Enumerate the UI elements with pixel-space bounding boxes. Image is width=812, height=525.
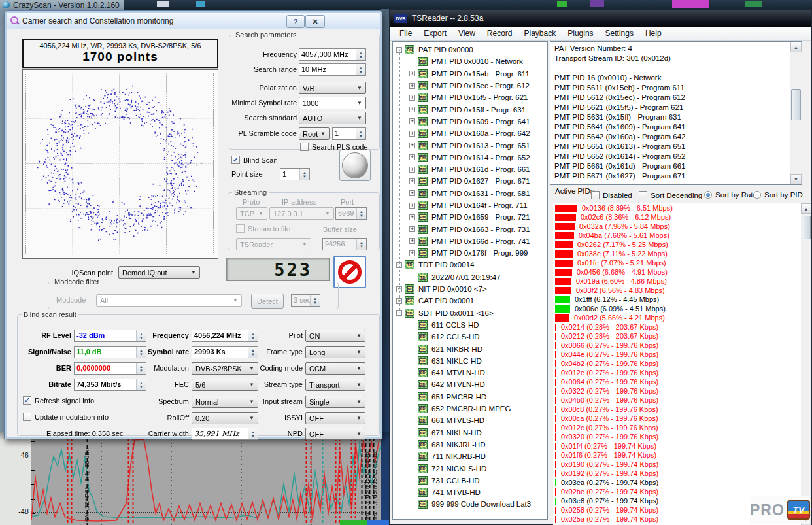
expand-icon[interactable]: + (409, 214, 415, 220)
tree-item[interactable]: SD652 PMCBR-HD MPEG (393, 403, 547, 415)
active-pid-row[interactable]: 0x0212 (0.28% - 203.67 Kbps) (553, 331, 801, 341)
active-pid-row[interactable]: 0x0136 (8.89% - 6.51 Mbps) (553, 203, 801, 212)
update-modulation-checkbox[interactable]: Update modulation info (23, 413, 109, 421)
tree-item[interactable]: +PMPMT PID 0x166d - Progr. 741 (393, 235, 547, 247)
scrollbar-thumb[interactable] (791, 89, 801, 120)
tree-item[interactable]: SD641 MTVLN-HD (393, 367, 547, 379)
spinner-arrows-icon[interactable]: ▲▼ (356, 208, 366, 219)
tree-item[interactable]: SD631 NIKLC-HD (393, 355, 547, 367)
tree-item[interactable]: SD741 MTVB-HD (393, 486, 547, 498)
spinner-arrows-icon[interactable]: ▲▼ (299, 169, 309, 180)
tree-item[interactable]: +PMPMT PID 0x1614 - Progr. 652 (393, 152, 547, 163)
tree-item[interactable]: SD611 CCLS-HD (393, 319, 547, 331)
stream-to-file-checkbox[interactable]: Stream to file (236, 224, 290, 233)
scroll-up-icon[interactable]: ▲ (790, 42, 802, 52)
checkbox-icon[interactable] (23, 413, 31, 421)
menu-record[interactable]: Record (481, 27, 518, 39)
active-pid-row[interactable]: 0x0456 (6.68% - 4.91 Mbps) (553, 267, 801, 277)
active-pid-row[interactable]: 0x01f6 (0.27% - 199.74 Kbps) (553, 450, 801, 460)
active-pid-row[interactable]: 0x019a (6.60% - 4.86 Mbps) (553, 277, 801, 286)
tree-item[interactable]: +PMPMT PID 0x1663 - Progr. 731 (393, 223, 547, 235)
tree-item[interactable]: +PMPMT PID 0x176f - Progr. 999 (393, 247, 547, 259)
tree-item[interactable]: SD671 NIKLN-HD (393, 427, 547, 439)
tree-item[interactable]: SD721 NICKLS-HD (393, 462, 547, 474)
input-stream-select[interactable]: Single▼ (305, 396, 365, 408)
active-pid-row[interactable]: 0x03ea (0.27% - 199.74 Kbps) (553, 478, 801, 487)
detect-interval-input[interactable]: 3 sec▲▼ (291, 294, 320, 307)
buffer-size-input[interactable]: 96256▲▼ (322, 238, 367, 250)
port-input[interactable]: 6969▲▼ (335, 207, 367, 220)
sort-by-pid-radio[interactable]: Sort by PID (753, 191, 803, 199)
spinner-arrows-icon[interactable]: ▲▼ (356, 239, 366, 250)
checkbox-icon[interactable] (236, 224, 245, 233)
tree-item[interactable]: +PMPMT PID 0x1627 - Progr. 671 (393, 175, 547, 187)
expand-icon[interactable]: + (409, 131, 415, 137)
tree-item[interactable]: +CACAT PID 0x0001 (393, 295, 547, 307)
checkbox-icon[interactable] (639, 191, 647, 199)
tree-item[interactable]: +PMPMT PID 0x160a - Progr. 642 (393, 127, 547, 139)
menu-settings[interactable]: Settings (600, 27, 639, 39)
active-pid-row[interactable]: 0x02c6 (8.36% - 6.12 Mbps) (553, 212, 801, 222)
expand-icon[interactable]: + (409, 178, 415, 184)
pl-scramble-value-input[interactable]: 1▲▼ (332, 127, 366, 140)
menu-export[interactable]: Export (418, 27, 452, 39)
tree-item[interactable]: +PMPMT PID 0x15eb - Progr. 611 (393, 68, 547, 80)
tree-item[interactable]: PMPMT PID 0x0010 - Network (393, 56, 547, 67)
tree-item[interactable]: +PMPMT PID 0x161d - Progr. 661 (393, 163, 547, 175)
pat-info-text[interactable]: PAT Version Number: 4Transport Stream ID… (550, 42, 790, 184)
expand-icon[interactable]: + (409, 190, 415, 196)
tree-item[interactable]: +PMPMT PID 0x1659 - Progr. 721 (393, 211, 547, 223)
tree-item[interactable]: +PMPMT PID 0x15f5 - Progr. 621 (393, 92, 547, 103)
expand-icon[interactable]: + (409, 107, 415, 112)
active-pid-row[interactable]: 0x1fff (6.12% - 4.45 Mbps) (553, 295, 801, 304)
tree-item[interactable]: +NINIT PID 0x0010 <7> (393, 283, 547, 295)
expand-icon[interactable]: + (409, 71, 415, 76)
stream-target-select[interactable]: TSReader▼ (236, 238, 311, 250)
tree-item[interactable]: +PMPMT PID 0x1613 - Progr. 651 (393, 139, 547, 151)
active-pid-row[interactable]: 0x0262 (7.17% - 5.25 Mbps) (553, 240, 801, 249)
menu-help[interactable]: Help (639, 27, 668, 39)
frequency-input[interactable]: 4057,000 MHz▲▼ (299, 48, 366, 61)
tree-item[interactable]: +PMPMT PID 0x164f - Progr. 711 (393, 199, 547, 211)
tree-item[interactable]: −TDTDT PID 0x0014 (393, 259, 547, 271)
polarization-select[interactable]: V/R▼ (299, 82, 366, 94)
active-pid-row[interactable]: 0x0066 (0.27% - 199.76 Kbps) (553, 341, 801, 350)
expand-icon[interactable]: + (409, 95, 415, 101)
expand-icon[interactable]: + (409, 203, 415, 209)
active-pid-row[interactable]: 0x01f4 (0.27% - 199.74 Kbps) (553, 441, 801, 450)
spinner-arrows-icon[interactable]: ▲▼ (356, 128, 365, 139)
active-pid-row[interactable]: 0x02be (0.27% - 199.74 Kbps) (553, 487, 801, 496)
menu-plugins[interactable]: Plugins (562, 27, 599, 39)
active-pid-row[interactable]: 0x0064 (0.27% - 199.76 Kbps) (553, 377, 801, 386)
search-standard-select[interactable]: AUTO▼ (299, 112, 366, 124)
spinner-arrows-icon[interactable]: ▲▼ (310, 295, 320, 306)
active-pid-row[interactable]: 0x04b0 (0.27% - 199.76 Kbps) (553, 396, 801, 405)
expand-icon[interactable]: + (409, 238, 415, 244)
expand-icon[interactable]: + (409, 118, 415, 124)
expand-icon[interactable]: + (409, 154, 415, 160)
tree-item[interactable]: SD612 CCLS-HD (393, 331, 547, 343)
active-pid-row[interactable]: 0x00d2 (5.66% - 4.21 Mbps) (553, 313, 801, 322)
expand-icon[interactable]: + (409, 83, 415, 89)
active-pid-row[interactable]: 0x006e (6.09% - 4.51 Mbps) (553, 304, 801, 313)
active-pid-row[interactable]: 0x038e (7.11% - 5.22 Mbps) (553, 249, 801, 258)
tree-item[interactable]: SD621 NIKBR-HD (393, 343, 547, 354)
radio-selected-icon[interactable] (704, 191, 712, 199)
ip-address-select[interactable]: 127.0.0.1▼ (269, 207, 334, 220)
help-button[interactable]: ? (286, 15, 305, 28)
tree-item[interactable]: −PAPAT PID 0x0000 (393, 44, 547, 56)
tree-item[interactable]: −SDSDT PID 0x0011 <16> (393, 307, 547, 319)
tree-item[interactable]: +PMPMT PID 0x1631 - Progr. 681 (393, 188, 547, 199)
tree-item[interactable]: SD731 CCLB-HD (393, 475, 547, 486)
proto-select[interactable]: TCP▼ (236, 207, 267, 220)
point-size-input[interactable]: 1▲▼ (280, 168, 310, 180)
checkbox-checked-icon[interactable]: ✓ (23, 396, 31, 405)
active-pid-row[interactable]: 0x0192 (0.27% - 199.74 Kbps) (553, 469, 801, 478)
active-pid-row[interactable]: 0x012c (0.27% - 199.76 Kbps) (553, 423, 801, 432)
tree-item[interactable]: +PMPMT PID 0x1609 - Progr. 641 (393, 116, 547, 127)
spinner-arrows-icon[interactable]: ▲▼ (356, 64, 365, 75)
spinner-arrows-icon[interactable]: ▲▼ (356, 49, 365, 60)
tree-item[interactable]: SD642 MTVLN-HD (393, 379, 547, 390)
active-pid-row[interactable]: 0x01fe (7.07% - 5.21 Mbps) (553, 258, 801, 267)
radio-icon[interactable] (753, 191, 761, 199)
